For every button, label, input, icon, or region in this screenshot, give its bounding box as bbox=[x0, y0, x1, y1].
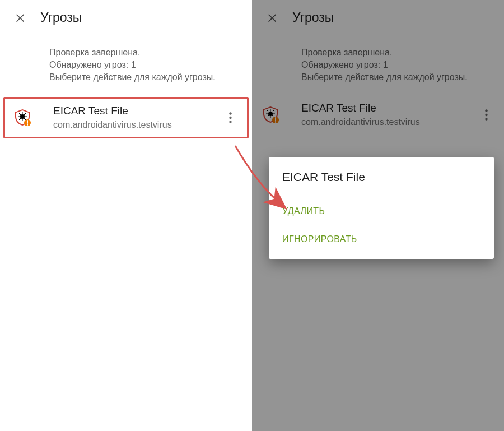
svg-point-3 bbox=[229, 117, 231, 119]
summary-line: Выберите действие для каждой угрозы. bbox=[49, 71, 241, 84]
comparison-container: Угрозы Проверка завершена. Обнаружено уг… bbox=[0, 0, 504, 431]
scan-summary: Проверка завершена. Обнаружено угроз: 1 … bbox=[0, 35, 252, 95]
page-title: Угрозы bbox=[40, 10, 82, 25]
threat-action-sheet: EICAR Test File УДАЛИТЬ ИГНОРИРОВАТЬ bbox=[269, 157, 494, 259]
svg-point-2 bbox=[229, 112, 231, 114]
svg-point-4 bbox=[229, 121, 231, 123]
threat-package: com.androidantivirus.testvirus bbox=[53, 119, 219, 131]
threat-item[interactable]: EICAR Test File com.androidantivirus.tes… bbox=[3, 97, 249, 138]
threat-text: EICAR Test File com.androidantivirus.tes… bbox=[53, 104, 219, 131]
ignore-button[interactable]: ИГНОРИРОВАТЬ bbox=[282, 225, 480, 253]
action-sheet-title: EICAR Test File bbox=[282, 170, 480, 184]
summary-line: Проверка завершена. bbox=[49, 47, 241, 59]
left-pane: Угрозы Проверка завершена. Обнаружено уг… bbox=[0, 0, 252, 431]
threat-name: EICAR Test File bbox=[53, 104, 219, 118]
summary-line: Обнаружено угроз: 1 bbox=[49, 59, 241, 71]
more-options-icon[interactable] bbox=[219, 106, 241, 129]
delete-button[interactable]: УДАЛИТЬ bbox=[282, 197, 480, 225]
right-pane: Угрозы Проверка завершена. Обнаружено уг… bbox=[252, 0, 504, 431]
close-icon[interactable] bbox=[7, 4, 34, 31]
header: Угрозы bbox=[0, 0, 252, 35]
threat-shield-icon bbox=[13, 108, 32, 127]
